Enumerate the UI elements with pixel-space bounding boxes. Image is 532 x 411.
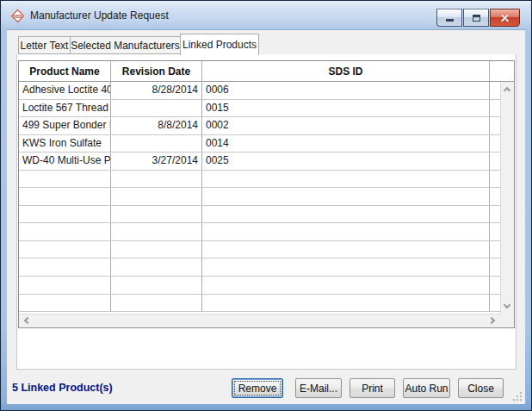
table-cell [111,295,202,312]
chevron-left-icon[interactable] [24,317,31,324]
table-row[interactable]: KWS Iron Sulfate0014 [19,135,500,153]
chevron-down-icon[interactable] [504,302,510,308]
dialog-client-area: Letter TextSelected ManufacturersLinked … [7,29,525,404]
maximize-button[interactable] [463,9,489,27]
table-cell [202,223,490,240]
table-cell-filler [490,258,500,276]
table-cell[interactable]: 0014 [202,135,490,153]
table-cell-filler [490,82,500,99]
table-cell[interactable]: WD-40 Multi-Use Pr... [19,153,111,170]
table-cell [202,171,490,188]
table-row-empty [19,223,500,241]
chevron-up-icon[interactable] [504,87,510,94]
table-cell [111,171,202,188]
caption-buttons [436,9,520,27]
table-cell[interactable]: 8/28/2014 [111,82,202,99]
e-mail-button[interactable]: E-Mail... [295,378,342,398]
window-title: Manufacturer Update Request [30,2,169,29]
table-cell [111,277,202,294]
print-button[interactable]: Print [350,378,395,398]
manufacturer-update-request-window: SDS Manufacturer Update Request Letter T… [0,0,532,411]
chevron-right-icon[interactable] [488,317,495,324]
table-row-empty [19,241,500,259]
table-cell[interactable]: 0006 [202,82,490,99]
minimize-icon [446,19,454,22]
table-cell [202,295,490,312]
column-header-sds-id[interactable]: SDS ID [202,61,490,81]
table-row[interactable]: Adhesive Loctite 40...8/28/20140006 [19,82,500,100]
table-cell-filler [490,295,500,312]
tab-linked-products[interactable]: Linked Products [180,34,259,55]
table-cell [111,223,202,240]
table-cell-filler [490,117,500,134]
table-cell [19,188,111,205]
table-cell [19,241,111,258]
table-cell[interactable] [111,135,202,153]
table-body: Adhesive Loctite 40...8/28/20140006Locti… [19,82,500,314]
minimize-button[interactable] [436,9,462,27]
table-cell [111,206,202,223]
table-row-empty [19,206,500,224]
table-row[interactable]: WD-40 Multi-Use Pr...3/27/20140025 [19,153,500,171]
column-header-revision-date[interactable]: Revision Date [111,61,202,81]
horizontal-scrollbar[interactable] [19,314,500,327]
resize-grip[interactable] [512,391,523,402]
table-cell-filler [490,277,500,294]
table-row-empty [19,171,500,189]
table-row-empty [19,258,500,277]
column-header-product-name[interactable]: Product Name [19,61,111,81]
table-cell [111,241,202,258]
table-cell [202,258,490,276]
table-cell-filler [490,171,500,188]
scrollbar-corner [500,314,514,327]
table-cell[interactable] [111,100,202,117]
table-cell [111,258,202,276]
column-header-filler [490,61,514,81]
table-cell-filler [490,135,500,153]
table-cell[interactable]: 0015 [202,100,490,117]
table-row-empty [19,295,500,313]
table-cell [19,258,111,276]
close-button[interactable] [490,9,520,27]
table-row[interactable]: Loctite 567 Thread S...0015 [19,100,500,118]
table-cell [202,241,490,258]
table-cell [19,206,111,223]
table-row[interactable]: 499 Super Bonder In...8/8/20140002 [19,117,500,135]
tab-letter-text[interactable]: Letter Text [18,36,71,54]
table-cell [202,188,490,205]
table-cell[interactable]: 0002 [202,117,490,134]
table-cell-filler [490,241,500,258]
table-cell-filler [490,153,500,170]
close-icon [500,13,510,22]
tab-selected-manufacturers[interactable]: Selected Manufacturers [70,36,181,54]
titlebar[interactable]: SDS Manufacturer Update Request [2,2,530,29]
table-cell[interactable]: Adhesive Loctite 40... [19,82,111,99]
vertical-scrollbar[interactable] [500,82,514,314]
table-row-empty [19,188,500,206]
table-cell[interactable]: Loctite 567 Thread S... [19,100,111,117]
table-cell [19,295,111,312]
close-button[interactable]: Close [458,378,504,398]
sds-diamond-label: SDS [10,14,25,19]
table-cell [111,188,202,205]
table-cell [19,223,111,240]
table-cell[interactable]: 0025 [202,153,490,170]
table-cell-filler [490,206,500,223]
remove-button[interactable]: Remove [232,378,283,398]
table-cell-filler [490,188,500,205]
focus-rectangle [234,381,281,395]
sds-diamond-icon: SDS [10,9,25,23]
table-cell[interactable]: KWS Iron Sulfate [19,135,111,153]
linked-products-table: Product NameRevision DateSDS ID Adhesive… [18,60,515,328]
table-cell [202,277,490,294]
table-cell[interactable]: 8/8/2014 [111,117,202,134]
table-header-row: Product NameRevision DateSDS ID [19,61,514,82]
table-cell[interactable]: 3/27/2014 [111,153,202,170]
table-cell-filler [490,223,500,240]
table-cell[interactable]: 499 Super Bonder In... [19,117,111,134]
table-cell-filler [490,100,500,117]
table-row-empty [19,277,500,295]
table-cell [202,206,490,223]
linked-products-count: 5 Linked Product(s) [12,382,113,394]
auto-run-button[interactable]: Auto Run [403,378,450,398]
